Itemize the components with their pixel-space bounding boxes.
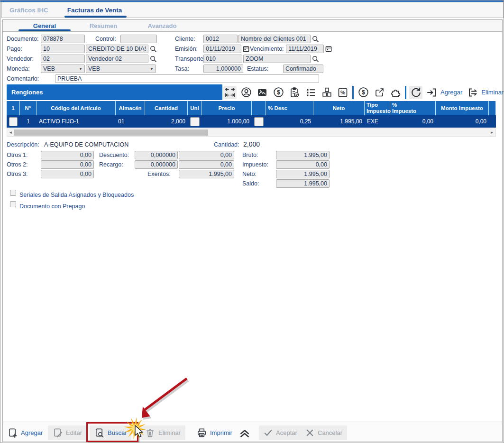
vendedor-code-field[interactable]: [41, 55, 85, 63]
table-row[interactable]: 1 ACTIVO FIJO-1 01 2,000 1.000,00 0,25 1…: [7, 115, 496, 128]
neto-label: Neto:: [242, 171, 257, 177]
cliente-code-field[interactable]: [203, 35, 238, 43]
tab-resumen[interactable]: Resumen: [74, 20, 133, 31]
impuesto-field[interactable]: [276, 160, 330, 169]
otros2-field[interactable]: [41, 160, 94, 169]
vencimiento-calendar-icon[interactable]: [324, 45, 333, 53]
vendedor-label: Vendedor:: [7, 55, 34, 62]
emision-label: Emisión:: [175, 46, 198, 52]
transporte-code-field[interactable]: [203, 55, 242, 63]
descuento-monto-field[interactable]: [179, 151, 234, 159]
pago-search-icon[interactable]: [149, 45, 157, 53]
bruto-field[interactable]: [276, 151, 330, 159]
tab-general[interactable]: General: [15, 20, 74, 31]
row-remove-icon[interactable]: [466, 86, 479, 99]
eliminar-button[interactable]: Eliminar: [140, 425, 185, 440]
col-precio[interactable]: Precio: [202, 101, 252, 115]
transporte-search-icon[interactable]: [311, 55, 320, 63]
documento-field[interactable]: [41, 35, 85, 43]
tasa-field[interactable]: [203, 65, 243, 73]
row-select-checkbox[interactable]: [9, 117, 18, 126]
imprimir-button-label: Imprimir: [210, 429, 232, 436]
tab-facturas-de-venta[interactable]: Facturas de Venta: [66, 3, 123, 18]
col-sel[interactable]: 1: [7, 101, 20, 115]
agregar-button[interactable]: Agregar: [3, 425, 47, 440]
aceptar-button-label: Aceptar: [276, 429, 297, 436]
col-tipo-impuesto[interactable]: Tipo Impuesto: [365, 101, 390, 115]
chevron-down-icon: ▼: [79, 67, 82, 71]
editar-button-label: Editar: [66, 429, 82, 436]
col-neto[interactable]: Neto: [313, 101, 365, 115]
exentos-field[interactable]: [179, 170, 234, 178]
cantidad-value: 2,000: [243, 140, 260, 148]
renglones-agregar-button[interactable]: Agregar: [440, 89, 462, 96]
pago-name-field[interactable]: [86, 45, 148, 53]
emision-calendar-icon[interactable]: [242, 45, 250, 53]
col-uni[interactable]: Uni: [188, 101, 202, 115]
col-monto-impuesto[interactable]: Monto Impuesto: [436, 101, 489, 115]
cliente-name-field[interactable]: [238, 35, 311, 43]
tab-avanzado[interactable]: Avanzado: [133, 20, 192, 31]
col-desc[interactable]: % Desc: [266, 101, 313, 115]
cancelar-button[interactable]: Cancelar: [301, 425, 347, 440]
descuento-pct-field[interactable]: [135, 151, 178, 159]
emision-field[interactable]: [203, 45, 241, 53]
recargo-monto-field[interactable]: [179, 160, 234, 169]
cliente-search-icon[interactable]: [311, 35, 320, 43]
vendedor-search-icon[interactable]: [149, 55, 157, 63]
cubes-icon[interactable]: [320, 86, 333, 99]
cell-almacen: 01: [116, 115, 145, 128]
col-pct-impuesto[interactable]: % Impuesto: [390, 101, 436, 115]
moneda-code-select[interactable]: VEB▼: [41, 65, 85, 73]
editar-button[interactable]: Editar: [48, 425, 87, 440]
scroll-left-arrow-icon[interactable]: ◄: [8, 129, 14, 136]
prepago-checkbox[interactable]: [10, 201, 16, 207]
vendedor-name-field[interactable]: [86, 55, 148, 63]
transporte-name-field[interactable]: [243, 55, 311, 63]
col-cantidad[interactable]: Cantidad: [145, 101, 188, 115]
dollar-circle-icon[interactable]: $: [272, 86, 285, 99]
external-link-icon[interactable]: [373, 86, 386, 99]
cell-num: 1: [20, 115, 37, 128]
col-num[interactable]: N°: [20, 101, 37, 115]
otros1-field[interactable]: [41, 151, 94, 159]
col-almacen[interactable]: Almacén: [116, 101, 145, 115]
row-flag-checkbox[interactable]: [254, 117, 264, 126]
clipboard-check-icon[interactable]: [288, 86, 301, 99]
scroll-right-arrow-icon[interactable]: ►: [489, 129, 495, 136]
descuento-label: Descuento:: [99, 152, 129, 158]
otros3-field[interactable]: [41, 170, 94, 178]
horizontal-scrollbar[interactable]: ◄ ►: [7, 129, 496, 137]
refresh-icon[interactable]: [409, 86, 422, 99]
seriales-checkbox[interactable]: [10, 190, 16, 196]
control-field[interactable]: [120, 35, 157, 43]
scrollbar-thumb[interactable]: [14, 129, 208, 136]
comentario-field[interactable]: [55, 74, 319, 83]
moneda-name-select[interactable]: VEB▼: [86, 65, 156, 73]
aceptar-button[interactable]: Aceptar: [259, 425, 302, 440]
vencimiento-field[interactable]: [286, 45, 324, 53]
svg-text:%: %: [340, 90, 345, 95]
row-add-icon[interactable]: [425, 86, 439, 99]
percent-box-icon[interactable]: %: [336, 86, 349, 99]
renglones-eliminar-button[interactable]: Eliminar: [481, 89, 504, 96]
neto-field[interactable]: [276, 170, 330, 178]
nav-arrows-icon[interactable]: [223, 86, 237, 99]
imprimir-button[interactable]: Imprimir: [192, 425, 237, 440]
tab-graficos-ihc[interactable]: Gráficos IHC: [9, 3, 49, 18]
pago-code-field[interactable]: [41, 45, 85, 53]
collapse-chevrons-icon[interactable]: [238, 427, 251, 441]
saldo-field[interactable]: [276, 179, 330, 188]
col-codigo[interactable]: Código del Artículo: [37, 101, 116, 115]
list-icon[interactable]: [304, 86, 317, 99]
image-icon[interactable]: [256, 86, 269, 99]
col-extra: [489, 101, 496, 115]
user-icon[interactable]: [239, 86, 253, 99]
recargo-pct-field[interactable]: [135, 160, 178, 169]
puzzle-icon[interactable]: [389, 86, 402, 99]
estatus-field[interactable]: [283, 65, 323, 73]
buscar-button[interactable]: Buscar: [90, 425, 131, 440]
row-uni-checkbox[interactable]: [190, 117, 200, 126]
dollar-circle-icon-2[interactable]: $: [357, 86, 370, 99]
agregar-button-label: Agregar: [21, 429, 43, 436]
